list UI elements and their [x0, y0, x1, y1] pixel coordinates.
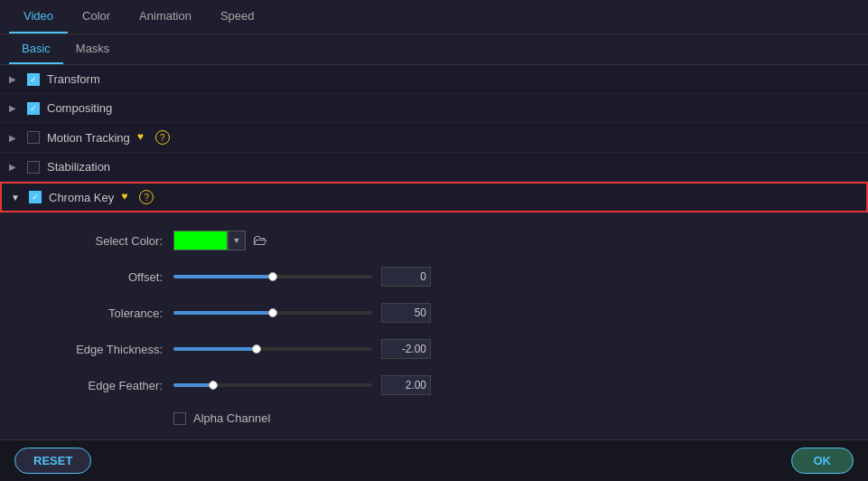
main-content: ▶ Transform ▶ Compositing ▶ Motion Track… — [0, 65, 868, 439]
label-compositing: Compositing — [47, 101, 112, 115]
reset-button[interactable]: RESET — [14, 448, 91, 474]
color-picker: ▼ 🗁 — [173, 231, 267, 250]
section-stabilization[interactable]: ▶ Stabilization — [0, 153, 868, 182]
eyedropper-icon[interactable]: 🗁 — [253, 232, 267, 249]
arrow-motion-tracking: ▶ — [9, 133, 22, 143]
select-color-label: Select Color: — [36, 234, 163, 248]
tab-video[interactable]: Video — [9, 0, 68, 33]
heart-icon-chroma-key: ♥ — [121, 190, 135, 204]
offset-row: Offset: 0 — [36, 267, 832, 287]
alpha-channel-row: Alpha Channel — [173, 411, 832, 425]
tab-color[interactable]: Color — [68, 0, 125, 33]
edge-thickness-slider[interactable] — [173, 347, 372, 351]
edge-thickness-value[interactable]: -2.00 — [381, 339, 431, 359]
edge-thickness-label: Edge Thickness: — [36, 343, 163, 356]
question-icon-chroma-key[interactable]: ? — [139, 190, 154, 204]
color-dropdown-arrow[interactable]: ▼ — [228, 231, 246, 250]
arrow-chroma-key: ▼ — [11, 193, 23, 203]
edge-feather-row: Edge Feather: 2.00 — [36, 375, 832, 395]
top-tabs: Video Color Animation Speed — [0, 0, 868, 34]
checkbox-chroma-key[interactable] — [29, 191, 42, 203]
question-icon-motion-tracking[interactable]: ? — [155, 130, 170, 145]
section-compositing[interactable]: ▶ Compositing — [0, 94, 868, 123]
tolerance-slider[interactable] — [173, 311, 372, 315]
checkbox-compositing[interactable] — [27, 102, 40, 115]
arrow-transform: ▶ — [9, 74, 22, 84]
arrow-compositing: ▶ — [9, 103, 22, 113]
edge-feather-label: Edge Feather: — [36, 379, 163, 392]
offset-slider[interactable] — [173, 275, 372, 278]
color-swatch[interactable] — [173, 231, 228, 250]
tab-animation[interactable]: Animation — [125, 0, 206, 33]
section-transform[interactable]: ▶ Transform — [0, 65, 868, 94]
section-chroma-key[interactable]: ▼ Chroma Key ♥ ? — [0, 182, 868, 212]
tolerance-row: Tolerance: 50 — [36, 303, 832, 323]
label-chroma-key: Chroma Key — [49, 191, 114, 204]
offset-label: Offset: — [36, 270, 163, 284]
bottom-bar: RESET OK — [0, 439, 868, 481]
chroma-key-panel: Select Color: ▼ 🗁 Offset: 0 Tolerance: 5 — [0, 212, 868, 439]
label-stabilization: Stabilization — [47, 160, 110, 174]
tolerance-value[interactable]: 50 — [381, 303, 431, 323]
label-motion-tracking: Motion Tracking — [47, 131, 130, 145]
alpha-channel-checkbox[interactable] — [173, 412, 186, 425]
label-transform: Transform — [47, 72, 100, 86]
tab-basic[interactable]: Basic — [9, 34, 63, 64]
section-motion-tracking[interactable]: ▶ Motion Tracking ♥ ? — [0, 123, 868, 153]
edge-feather-slider[interactable] — [173, 383, 372, 387]
arrow-stabilization: ▶ — [9, 162, 22, 172]
alpha-channel-label: Alpha Channel — [193, 411, 270, 425]
checkbox-transform[interactable] — [27, 73, 40, 86]
checkbox-motion-tracking[interactable] — [27, 131, 40, 144]
tab-speed[interactable]: Speed — [206, 0, 269, 33]
edge-thickness-row: Edge Thickness: -2.00 — [36, 339, 832, 359]
edge-feather-value[interactable]: 2.00 — [381, 375, 431, 395]
ok-button[interactable]: OK — [791, 448, 854, 474]
sub-tabs: Basic Masks — [0, 34, 868, 65]
tolerance-label: Tolerance: — [36, 307, 163, 320]
heart-icon-motion-tracking: ♥ — [137, 130, 152, 145]
checkbox-stabilization[interactable] — [27, 161, 40, 174]
tab-masks[interactable]: Masks — [63, 34, 123, 64]
select-color-row: Select Color: ▼ 🗁 — [36, 231, 832, 250]
offset-value[interactable]: 0 — [381, 267, 431, 287]
